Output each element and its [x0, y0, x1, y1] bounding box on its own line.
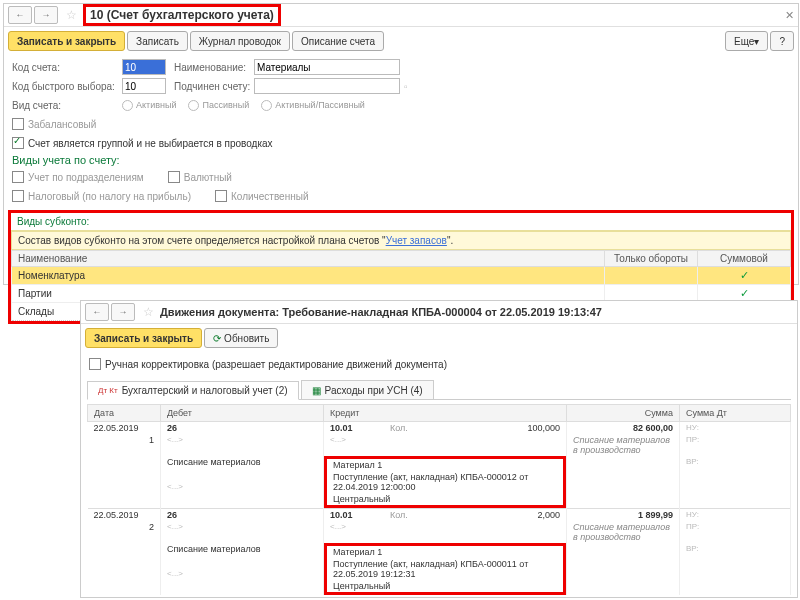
col-turnover: Только обороты [605, 251, 698, 267]
name-input[interactable] [254, 59, 400, 75]
manual-label: Ручная корректировка (разрешает редактир… [105, 359, 447, 370]
table-row[interactable]: 22.05.2019 26 10.01Кол.2,000 1 899,99 НУ… [88, 509, 791, 522]
subkonto-header: Виды субконто: [11, 213, 791, 231]
quick-label: Код быстрого выбора: [12, 81, 122, 92]
toolbar: Записать и закрыть Обновить [81, 324, 797, 352]
star-icon[interactable]: ☆ [143, 305, 154, 319]
table-row[interactable]: Номенклатура✓ [12, 267, 791, 285]
form: Код счета: Наименование: Код быстрого вы… [4, 55, 798, 208]
account-window: ← → ☆ 10 (Счет бухгалтерского учета) ✕ З… [3, 3, 799, 285]
titlebar: ← → ☆ 10 (Счет бухгалтерского учета) ✕ [4, 4, 798, 27]
more-button[interactable]: Еще ▾ [725, 31, 768, 51]
col-name: Наименование [12, 251, 605, 267]
movements-window: ← → ☆ Движения документа: Требование-нак… [80, 300, 798, 598]
parent-label: Подчинен счету: [174, 81, 254, 92]
description-button[interactable]: Описание счета [292, 31, 384, 51]
refresh-button[interactable]: Обновить [204, 328, 278, 348]
save-close-button[interactable]: Записать и закрыть [85, 328, 202, 348]
kind-radio-group: Активный Пассивный Активный/Пассивный [122, 100, 365, 111]
table-row: 1 <...> <...> Списание материалов в прои… [88, 434, 791, 456]
save-close-button[interactable]: Записать и закрыть [8, 31, 125, 51]
col-sumdt: Сумма Дт [680, 405, 791, 422]
table-row: Списание материалов Материал 1 Поступлен… [88, 456, 791, 481]
kind-label: Вид счета: [12, 100, 122, 111]
forward-button[interactable]: → [34, 6, 58, 24]
journal-button[interactable]: Журнал проводок [190, 31, 290, 51]
debit-credit-icon: Дт Кт [98, 386, 118, 395]
tabs: Дт КтБухгалтерский и налоговый учет (2) … [87, 380, 791, 400]
star-icon[interactable]: ☆ [66, 8, 77, 22]
manual-checkbox[interactable] [89, 358, 101, 370]
movements-table: Дата Дебет Кредит Сумма Сумма Дт 22.05.2… [87, 404, 791, 595]
radio-active[interactable]: Активный [122, 100, 176, 111]
title-highlight: 10 (Счет бухгалтерского учета) [83, 4, 281, 26]
help-button[interactable]: ? [770, 31, 794, 51]
radio-active-passive[interactable]: Активный/Пассивный [261, 100, 365, 111]
back-button[interactable]: ← [85, 303, 109, 321]
quick-input[interactable] [122, 78, 166, 94]
table-row: Списание материалов Материал 1 Поступлен… [88, 543, 791, 568]
titlebar: ← → ☆ Движения документа: Требование-нак… [81, 301, 797, 324]
code-label: Код счета: [12, 62, 122, 73]
save-button[interactable]: Записать [127, 31, 188, 51]
subkonto-highlight: Материал 1 Поступление (акт, накладная) … [324, 543, 566, 595]
parent-input[interactable] [254, 78, 400, 94]
qty-check[interactable]: Количественный [215, 190, 309, 202]
table-row: 2 <...> <...> Списание материалов в прои… [88, 521, 791, 543]
col-debit: Дебет [161, 405, 324, 422]
group-label: Счет является группой и не выбирается в … [28, 138, 273, 149]
radio-passive[interactable]: Пассивный [188, 100, 249, 111]
subkonto-highlight: Материал 1 Поступление (акт, накладная) … [324, 456, 566, 508]
tax-check[interactable]: Налоговый (по налогу на прибыль) [12, 190, 191, 202]
open-icon[interactable]: ▫ [404, 81, 408, 92]
code-input[interactable] [122, 59, 166, 75]
window-title: Движения документа: Требование-накладная… [160, 306, 602, 318]
table-row[interactable]: 22.05.2019 26 10.01Кол.100,000 82 600,00… [88, 422, 791, 435]
col-sum: Суммовой [698, 251, 791, 267]
forward-button[interactable]: → [111, 303, 135, 321]
group-checkbox[interactable] [12, 137, 24, 149]
tab-usn[interactable]: ▦Расходы при УСН (4) [301, 380, 434, 399]
offbalance-checkbox[interactable] [12, 118, 24, 130]
col-credit: Кредит [324, 405, 567, 422]
inventory-link[interactable]: Учет запасов [386, 235, 447, 246]
col-date: Дата [88, 405, 161, 422]
toolbar: Записать и закрыть Записать Журнал прово… [4, 27, 798, 55]
subkonto-note: Состав видов субконто на этом счете опре… [11, 231, 791, 250]
close-icon[interactable]: ✕ [785, 9, 794, 22]
currency-check[interactable]: Валютный [168, 171, 232, 183]
offbalance-label: Забалансовый [28, 119, 96, 130]
back-button[interactable]: ← [8, 6, 32, 24]
col-sum: Сумма [567, 405, 680, 422]
window-title: 10 (Счет бухгалтерского учета) [90, 8, 274, 22]
name-label: Наименование: [174, 62, 254, 73]
refresh-icon [213, 333, 224, 344]
types-header: Виды учета по счету: [12, 154, 790, 166]
dept-check[interactable]: Учет по подразделениям [12, 171, 144, 183]
tab-accounting[interactable]: Дт КтБухгалтерский и налоговый учет (2) [87, 381, 299, 400]
table-icon: ▦ [312, 385, 321, 396]
